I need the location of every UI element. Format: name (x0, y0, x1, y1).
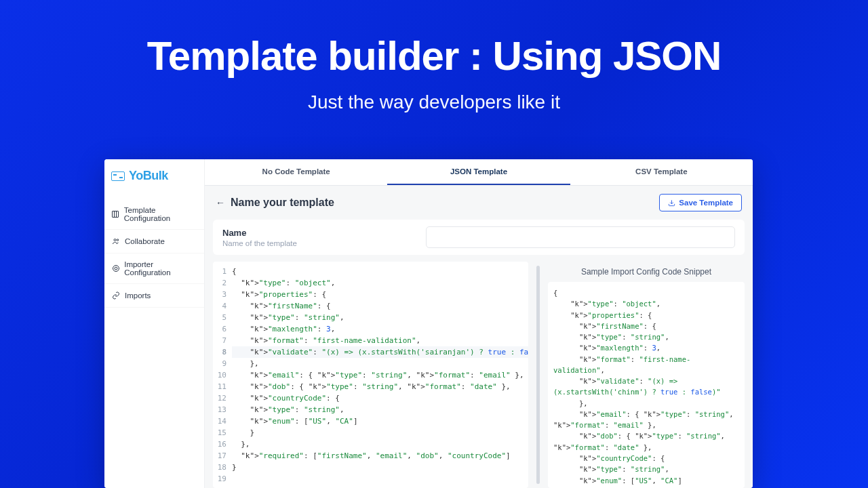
sidebar-item-imports[interactable]: Imports (104, 284, 204, 308)
svg-rect-0 (113, 211, 119, 218)
hero-subtitle: Just the way developers like it (0, 92, 868, 113)
sample-panel: Sample Import Config Code Snippet { "k">… (548, 262, 745, 488)
template-name-input[interactable] (426, 226, 735, 248)
name-field-label: Name (222, 228, 412, 238)
main-content: No Code Template JSON Template CSV Templ… (205, 159, 753, 488)
sample-code-block: { "k">"type": "object", "k">"properties"… (548, 282, 745, 488)
save-button-label: Save Template (679, 199, 733, 207)
sidebar-item-template-configuration[interactable]: Template Configuration (104, 199, 204, 230)
save-template-button[interactable]: Save Template (659, 194, 742, 211)
tab-json-template[interactable]: JSON Template (387, 159, 570, 185)
hero-title: Template builder : Using JSON (0, 33, 868, 79)
editor-row: 12345678910111213141516171819 { "k">"typ… (213, 262, 745, 488)
sidebar-item-importer-configuration[interactable]: Importer Configuration (104, 253, 204, 284)
sidebar-item-label: Collaborate (125, 237, 165, 245)
scrollbar-vertical[interactable] (536, 266, 540, 484)
page-title: Name your template (231, 197, 334, 209)
users-icon (111, 237, 121, 246)
code-lines[interactable]: { "k">"type": "object", "k">"properties"… (232, 266, 528, 484)
columns-icon (111, 209, 120, 219)
brand-name: YoBulk (129, 169, 168, 183)
back-arrow-icon[interactable]: ← (216, 197, 225, 208)
sidebar-item-label: Importer Configuration (124, 260, 197, 277)
svg-point-4 (117, 239, 119, 241)
brand-logo-icon (111, 171, 125, 181)
sidebar-item-label: Imports (125, 291, 151, 300)
title-bar: ← Name your template Save Template (205, 186, 753, 220)
name-field-hint: Name of the template (222, 239, 412, 247)
target-icon (111, 264, 120, 273)
line-gutter: 12345678910111213141516171819 (213, 266, 232, 484)
sample-panel-title: Sample Import Config Code Snippet (548, 262, 745, 282)
name-card: Name Name of the template (213, 220, 745, 255)
tab-no-code-template[interactable]: No Code Template (205, 159, 387, 185)
tab-csv-template[interactable]: CSV Template (570, 159, 753, 185)
sidebar: YoBulk Template Configuration Collaborat… (104, 159, 205, 488)
hero-banner: Template builder : Using JSON Just the w… (0, 0, 868, 113)
brand[interactable]: YoBulk (104, 166, 204, 199)
svg-point-6 (115, 267, 117, 270)
tabs: No Code Template JSON Template CSV Templ… (205, 159, 753, 186)
link-icon (111, 291, 121, 300)
json-editor-panel[interactable]: 12345678910111213141516171819 { "k">"typ… (213, 262, 528, 488)
sidebar-item-label: Template Configuration (124, 206, 197, 222)
app-window: YoBulk Template Configuration Collaborat… (104, 159, 753, 488)
sidebar-item-collaborate[interactable]: Collaborate (104, 230, 204, 253)
svg-point-3 (114, 239, 116, 241)
svg-point-5 (113, 266, 119, 272)
download-icon (668, 199, 675, 207)
